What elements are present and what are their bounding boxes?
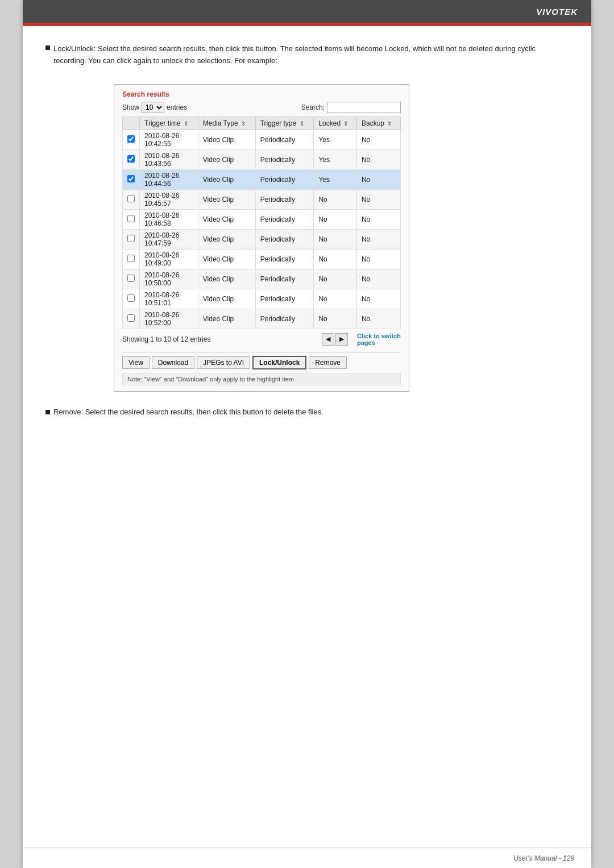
trigger-time-cell: 2010-08-2610:47:59 (140, 229, 198, 249)
row-checkbox[interactable] (127, 215, 135, 222)
trigger-type-cell: Periodically (255, 249, 314, 269)
row-checkbox-cell (123, 130, 140, 149)
row-checkbox[interactable] (127, 314, 135, 322)
view-button[interactable]: View (122, 356, 150, 369)
row-checkbox[interactable] (127, 255, 135, 262)
search-box: Search: (301, 102, 401, 113)
media-type-cell: Video Clip (198, 149, 255, 169)
row-checkbox[interactable] (127, 155, 135, 163)
media-type-cell: Video Clip (198, 309, 255, 329)
row-checkbox[interactable] (127, 294, 135, 302)
row-checkbox[interactable] (127, 175, 135, 182)
row-checkbox-cell (123, 169, 140, 189)
table-row-area: Trigger time ⇕ Media Type ⇕ Trigger type… (122, 117, 401, 346)
trigger-type-cell: Periodically (255, 269, 314, 289)
trigger-type-cell: Periodically (255, 130, 314, 149)
search-results-title: Search results (122, 90, 401, 98)
row-checkbox-cell (123, 249, 140, 269)
jpegs-to-avi-button[interactable]: JPEGs to AVI (197, 356, 250, 369)
table-row[interactable]: 2010-08-2610:51:01Video ClipPeriodically… (123, 289, 401, 309)
bullet-row: Lock/Unlock: Select the desired search r… (45, 43, 569, 67)
remove-button[interactable]: Remove (309, 356, 347, 369)
trigger-type-cell: Periodically (255, 309, 314, 329)
col-trigger-time: Trigger time ⇕ (140, 117, 198, 130)
sort-icon-locked: ⇕ (343, 121, 348, 127)
backup-cell: No (356, 309, 400, 329)
table-row[interactable]: 2010-08-2610:46:58Video ClipPeriodically… (123, 209, 401, 229)
trigger-time-cell: 2010-08-2610:45:57 (140, 189, 198, 209)
trigger-type-cell: Periodically (255, 289, 314, 309)
bullet-icon (45, 45, 50, 50)
table-row[interactable]: 2010-08-2610:49:00Video ClipPeriodically… (123, 249, 401, 269)
backup-cell: No (356, 130, 400, 149)
locked-cell: Yes (314, 130, 357, 149)
trigger-time-cell: 2010-08-2610:43:56 (140, 149, 198, 169)
data-table: Trigger time ⇕ Media Type ⇕ Trigger type… (122, 117, 401, 329)
backup-cell: No (356, 289, 400, 309)
media-type-cell: Video Clip (198, 130, 255, 149)
backup-cell: No (356, 269, 400, 289)
table-row[interactable]: 2010-08-2610:50:00Video ClipPeriodically… (123, 269, 401, 289)
backup-cell: No (356, 229, 400, 249)
trigger-time-cell: 2010-08-2610:49:00 (140, 249, 198, 269)
entries-select[interactable]: 10 25 50 (142, 102, 164, 113)
download-button[interactable]: Download (152, 356, 194, 369)
pagination-buttons: ◀ ▶ (322, 333, 348, 346)
show-label: Show (122, 103, 139, 111)
row-checkbox[interactable] (127, 135, 135, 143)
entries-label: entries (167, 103, 187, 111)
backup-cell: No (356, 209, 400, 229)
row-checkbox-cell (123, 229, 140, 249)
remove-text: Remove: Select the desired search result… (53, 408, 323, 416)
action-buttons: View Download JPEGs to AVI Lock/Unlock R… (122, 352, 401, 369)
search-input[interactable] (327, 102, 401, 113)
row-checkbox[interactable] (127, 275, 135, 282)
prev-page-button[interactable]: ◀ (322, 333, 334, 346)
table-controls: Show 10 25 50 entries Search: (122, 102, 401, 113)
media-type-cell: Video Clip (198, 189, 255, 209)
sort-icon-trigger-type: ⇕ (300, 121, 304, 127)
table-row[interactable]: 2010-08-2610:45:57Video ClipPeriodically… (123, 189, 401, 209)
media-type-cell: Video Clip (198, 209, 255, 229)
row-checkbox-cell (123, 289, 140, 309)
footer: User's Manual - 129 (23, 848, 591, 868)
next-page-button[interactable]: ▶ (335, 333, 348, 346)
table-row[interactable]: 2010-08-2610:42:55Video ClipPeriodically… (123, 130, 401, 149)
table-row[interactable]: 2010-08-2610:47:59Video ClipPeriodically… (123, 229, 401, 249)
search-label: Search: (301, 103, 325, 111)
table-row[interactable]: 2010-08-2610:52:00Video ClipPeriodically… (123, 309, 401, 329)
locked-cell: Yes (314, 169, 357, 189)
col-media-type: Media Type ⇕ (198, 117, 255, 130)
media-type-cell: Video Clip (198, 169, 255, 189)
media-type-cell: Video Clip (198, 249, 255, 269)
trigger-type-cell: Periodically (255, 149, 314, 169)
row-checkbox-cell (123, 149, 140, 169)
backup-cell: No (356, 189, 400, 209)
sort-icon-backup: ⇕ (387, 121, 392, 127)
lock-unlock-text: Lock/Unlock: Select the desired search r… (53, 43, 569, 67)
row-checkbox[interactable] (127, 235, 135, 242)
table-footer: Showing 1 to 10 of 12 entries ◀ ▶ Click … (122, 333, 401, 346)
backup-cell: No (356, 249, 400, 269)
table-row[interactable]: 2010-08-2610:43:56Video ClipPeriodically… (123, 149, 401, 169)
trigger-type-cell: Periodically (255, 209, 314, 229)
table-row[interactable]: 2010-08-2610:44:56Video ClipPeriodically… (123, 169, 401, 189)
row-checkbox[interactable] (127, 195, 135, 202)
header: VIVOTEK (23, 0, 591, 23)
sort-icon-media: ⇕ (241, 121, 246, 127)
trigger-type-cell: Periodically (255, 169, 314, 189)
content: Lock/Unlock: Select the desired search r… (23, 26, 591, 439)
locked-cell: No (314, 189, 357, 209)
sort-icon-trigger: ⇕ (184, 121, 188, 127)
remove-instruction: Remove: Select the desired search result… (45, 408, 569, 416)
locked-cell: Yes (314, 149, 357, 169)
trigger-time-cell: 2010-08-2610:46:58 (140, 209, 198, 229)
page: VIVOTEK Lock/Unlock: Select the desired … (23, 0, 591, 868)
remove-bullet-icon (45, 410, 50, 414)
footer-text: User's Manual - 129 (513, 854, 574, 862)
trigger-time-cell: 2010-08-2610:52:00 (140, 309, 198, 329)
lock-unlock-button[interactable]: Lock/Unlock (252, 356, 306, 369)
col-trigger-type: Trigger type ⇕ (255, 117, 314, 130)
row-checkbox-cell (123, 189, 140, 209)
locked-cell: No (314, 229, 357, 249)
